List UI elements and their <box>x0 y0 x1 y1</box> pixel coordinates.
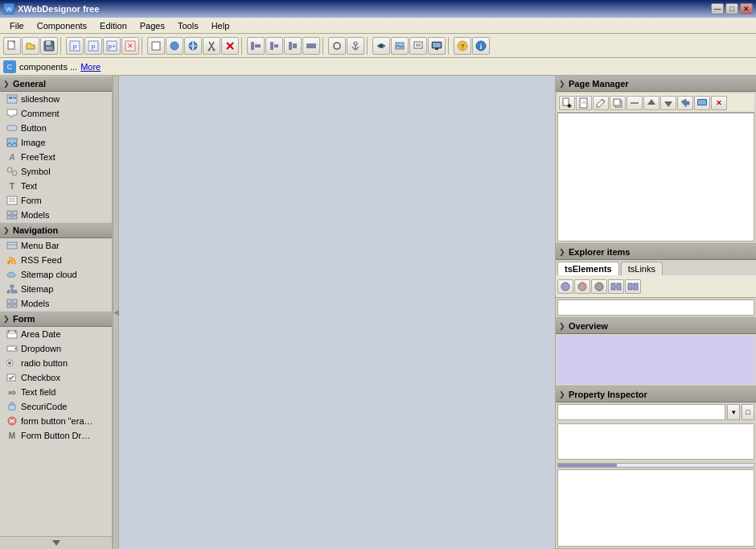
menu-file[interactable]: File <box>3 19 31 32</box>
page-manager-list[interactable] <box>557 113 754 241</box>
pm-dash-btn[interactable] <box>627 96 643 110</box>
property-name-input[interactable] <box>557 404 725 420</box>
page-manager-title: Page Manager <box>569 79 629 89</box>
svg-point-48 <box>7 167 12 172</box>
tab-ts-elements[interactable]: tsElements <box>557 262 619 275</box>
sidebar-item-models-general[interactable]: Models <box>0 208 112 222</box>
sidebar-item-freetext[interactable]: A FreeText <box>0 150 112 164</box>
btn-anchor[interactable] <box>347 37 364 55</box>
explorer-btn-2[interactable] <box>574 279 590 294</box>
explorer-btn-1[interactable] <box>557 279 573 294</box>
btn-cut[interactable] <box>203 37 220 55</box>
comment-label: Comment <box>21 109 60 118</box>
btn-align2[interactable] <box>265 37 283 55</box>
sidebar-item-comment[interactable]: Comment <box>0 106 112 121</box>
property-inspector-header[interactable]: ❯ Property Inspector <box>556 386 756 402</box>
btn-del[interactable] <box>221 37 239 55</box>
save-btn[interactable] <box>40 37 58 55</box>
sidebar-item-securicode[interactable]: SecuriCode <box>0 399 112 414</box>
navigation-chevron-icon: ❯ <box>3 226 10 234</box>
sidebar-item-area-date[interactable]: Area Date <box>0 327 112 341</box>
section-form-header[interactable]: ❯ Form <box>0 311 112 327</box>
explorer-btn-5[interactable] <box>625 279 641 294</box>
maximize-button[interactable]: □ <box>725 3 738 14</box>
sidebar-item-sitemap-cloud[interactable]: Sitemap cloud <box>0 267 112 282</box>
pm-page-btn[interactable] <box>576 96 592 110</box>
menu-edition[interactable]: Edition <box>93 19 134 32</box>
svg-text:✕: ✕ <box>127 42 134 50</box>
new-file-btn[interactable] <box>3 37 21 55</box>
minimize-button[interactable]: — <box>711 3 724 14</box>
menu-pages[interactable]: Pages <box>134 19 171 32</box>
svg-point-29 <box>354 42 357 45</box>
sidebar-item-models-nav[interactable]: Models <box>0 296 112 311</box>
sidebar-item-symbol[interactable]: Symbol <box>0 164 112 179</box>
sidebar-item-checkbox[interactable]: Checkbox <box>0 370 112 385</box>
btn-globe[interactable] <box>184 37 202 55</box>
explorer-btn-3[interactable] <box>591 279 607 294</box>
left-sidebar: ❯ General slideshow Comment <box>0 76 113 549</box>
sidebar-scroll-down-btn[interactable] <box>0 536 112 549</box>
explorer-search-input[interactable] <box>557 299 754 316</box>
pm-export-btn[interactable] <box>677 96 693 110</box>
btn-t1[interactable]: p <box>66 37 84 55</box>
property-action-btn[interactable]: □ <box>742 404 754 420</box>
btn-t2[interactable]: p <box>84 37 102 55</box>
btn-edit[interactable] <box>409 37 427 55</box>
btn-chain[interactable] <box>328 37 346 55</box>
page-manager-header[interactable]: ❯ Page Manager <box>556 76 756 92</box>
property-text-area-2 <box>557 469 754 547</box>
property-dropdown-btn[interactable]: ▾ <box>727 404 740 420</box>
pm-preview-btn[interactable] <box>694 96 710 110</box>
svg-rect-61 <box>7 291 10 293</box>
btn-align4[interactable] <box>302 37 320 55</box>
btn-help[interactable]: ? <box>454 37 471 55</box>
btn-info[interactable]: i <box>472 37 490 55</box>
section-general-header[interactable]: ❯ General <box>0 76 112 92</box>
sidebar-item-sitemap[interactable]: Sitemap <box>0 282 112 296</box>
overview-header[interactable]: ❯ Overview <box>556 318 756 334</box>
btn-t4[interactable]: ✕ <box>121 37 139 55</box>
components-more-link[interactable]: More <box>80 62 101 72</box>
sidebar-item-form-button-erase[interactable]: form button "erase" <box>0 414 112 428</box>
menu-tools[interactable]: Tools <box>171 19 205 32</box>
sidebar-item-dropdown[interactable]: Dropdown <box>0 341 112 356</box>
sidebar-item-text[interactable]: T Text <box>0 179 112 193</box>
section-navigation-header[interactable]: ❯ Navigation <box>0 222 112 238</box>
open-btn[interactable] <box>22 37 39 55</box>
sidebar-item-form[interactable]: Form <box>0 193 112 208</box>
btn-eye[interactable] <box>372 37 390 55</box>
btn-align3[interactable] <box>284 37 302 55</box>
btn-pic[interactable] <box>391 37 409 55</box>
svg-rect-24 <box>270 42 273 50</box>
pm-copy-btn[interactable] <box>610 96 626 110</box>
sidebar-item-form-button-draw[interactable]: M Form Button Dre... <box>0 428 112 443</box>
svg-text:?: ? <box>460 43 465 51</box>
btn-shape2[interactable] <box>166 37 183 55</box>
menu-help[interactable]: Help <box>205 19 236 32</box>
pm-up-btn[interactable] <box>643 96 659 110</box>
pm-edit-btn[interactable] <box>593 96 609 110</box>
svg-rect-70 <box>13 304 17 308</box>
btn-align1[interactable] <box>247 37 265 55</box>
sidebar-item-radio[interactable]: radio button <box>0 356 112 370</box>
sidebar-item-slideshow[interactable]: slideshow <box>0 92 112 106</box>
explorer-header[interactable]: ❯ Explorer items <box>556 244 756 260</box>
explorer-btn-4[interactable] <box>608 279 624 294</box>
components-bar: C components ... More <box>0 58 756 76</box>
pm-delete-btn[interactable]: ✕ <box>711 96 727 110</box>
close-button[interactable]: ✕ <box>740 3 753 14</box>
sidebar-item-image[interactable]: Image <box>0 135 112 150</box>
sidebar-item-textfield[interactable]: ab Text field <box>0 385 112 399</box>
btn-t3[interactable]: p+ <box>103 37 121 55</box>
btn-shape1[interactable] <box>147 37 165 55</box>
sidebar-item-button[interactable]: Button <box>0 121 112 135</box>
pm-new-btn[interactable] <box>559 96 575 110</box>
tab-ts-links[interactable]: tsLinks <box>621 262 663 275</box>
sidebar-item-menubar[interactable]: Menu Bar <box>0 238 112 253</box>
pm-down-btn[interactable] <box>660 96 676 110</box>
btn-monitor[interactable] <box>428 37 446 55</box>
sidebar-item-rssfeed[interactable]: RSS Feed <box>0 253 112 267</box>
menu-components[interactable]: Components <box>31 19 93 32</box>
collapse-handle[interactable]: ◀ <box>113 76 119 549</box>
